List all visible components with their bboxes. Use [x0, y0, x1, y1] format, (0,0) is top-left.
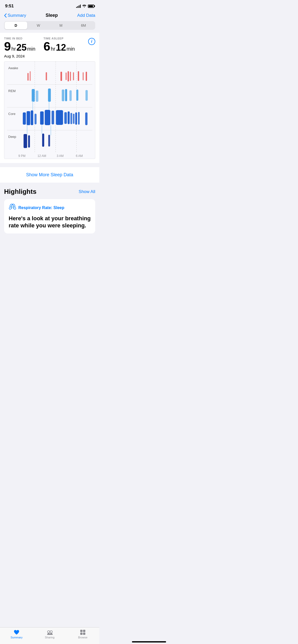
chart-time-axis: 9 PM 12 AM 3 AM 6 AM: [4, 153, 95, 159]
page-title: Sleep: [46, 13, 58, 18]
svg-rect-19: [78, 71, 79, 81]
highlight-card-text: Here's a look at your breathing rate whi…: [9, 215, 91, 229]
svg-text:Core: Core: [8, 112, 16, 116]
svg-text:Deep: Deep: [8, 135, 16, 139]
svg-rect-39: [56, 110, 63, 125]
hr-unit-1: hr: [11, 46, 16, 52]
highlight-card-header: Respiratory Rate: Sleep: [9, 204, 91, 212]
svg-rect-34: [31, 110, 33, 125]
info-button[interactable]: i: [88, 38, 95, 45]
battery-icon: [88, 5, 94, 8]
svg-rect-26: [65, 89, 67, 101]
svg-rect-40: [64, 112, 67, 124]
svg-point-55: [10, 205, 12, 209]
svg-rect-18: [73, 72, 74, 80]
svg-rect-38: [52, 111, 54, 124]
svg-rect-43: [73, 114, 75, 124]
svg-rect-52: [42, 134, 44, 147]
svg-rect-45: [78, 112, 80, 125]
svg-rect-13: [46, 72, 47, 80]
svg-rect-14: [61, 72, 62, 81]
svg-rect-22: [32, 89, 35, 102]
svg-rect-36: [40, 111, 44, 125]
svg-rect-50: [24, 134, 27, 148]
svg-rect-16: [68, 71, 69, 81]
svg-rect-35: [35, 114, 37, 124]
sleep-chart-svg: Awake REM Core Deep: [4, 62, 95, 153]
nav-header: Summary Sleep Add Data: [0, 11, 99, 21]
back-label: Summary: [8, 13, 26, 18]
time-in-bed-min: 25: [17, 42, 27, 53]
min-unit-2: min: [66, 46, 75, 52]
time-tick-9pm: 9 PM: [18, 154, 37, 158]
time-asleep-group: TIME ASLEEP 6 hr 12 min: [44, 37, 75, 53]
time-in-bed-value: 9 hr 25 min: [4, 40, 35, 53]
segment-item-d[interactable]: D: [5, 22, 27, 29]
svg-text:Awake: Awake: [8, 66, 18, 70]
svg-text:REM: REM: [8, 89, 16, 93]
svg-rect-12: [30, 71, 31, 81]
status-time: 9:51: [5, 4, 14, 9]
time-asleep-hr: 6: [44, 40, 50, 53]
svg-point-54: [12, 204, 13, 205]
svg-rect-15: [66, 72, 67, 80]
svg-rect-21: [86, 72, 87, 81]
highlights-section: Highlights Show All Respiratory Rate: Sl…: [0, 183, 99, 233]
highlights-title: Highlights: [4, 188, 36, 196]
back-button[interactable]: Summary: [4, 13, 26, 18]
svg-rect-28: [76, 90, 78, 101]
segment-item-6m[interactable]: 6M: [72, 22, 95, 29]
svg-rect-17: [70, 72, 71, 81]
segment-item-m[interactable]: M: [50, 22, 72, 29]
time-tick-12am: 12 AM: [37, 154, 57, 158]
svg-rect-32: [23, 112, 26, 125]
highlights-header: Highlights Show All: [4, 188, 95, 196]
wifi-icon: [82, 4, 86, 8]
signal-icon: [76, 4, 81, 8]
svg-rect-53: [48, 135, 50, 147]
svg-rect-37: [45, 110, 50, 125]
time-tick-3am: 3 AM: [57, 154, 76, 158]
sleep-card: TIME IN BED 9 hr 25 min TIME ASLEEP 6 hr: [0, 33, 99, 163]
sleep-date: Aug 9, 2024: [4, 54, 95, 58]
svg-rect-42: [71, 113, 72, 124]
svg-rect-51: [28, 135, 30, 148]
highlight-card-title: Respiratory Rate: Sleep: [18, 206, 64, 210]
time-tick-6am: 6 AM: [76, 154, 95, 158]
add-data-button[interactable]: Add Data: [77, 13, 95, 18]
svg-rect-23: [36, 91, 38, 102]
respiratory-highlight-card[interactable]: Respiratory Rate: Sleep Here's a look at…: [4, 199, 95, 233]
lung-icon: [9, 204, 16, 212]
min-unit-1: min: [27, 46, 35, 52]
time-in-bed-group: TIME IN BED 9 hr 25 min: [4, 37, 35, 53]
svg-rect-41: [68, 111, 70, 124]
time-asleep-value: 6 hr 12 min: [44, 40, 75, 53]
hr-unit-2: hr: [51, 46, 55, 52]
svg-rect-29: [86, 90, 88, 101]
svg-rect-11: [28, 73, 29, 81]
status-bar: 9:51: [0, 0, 99, 11]
time-segment-control[interactable]: D W M 6M: [4, 21, 95, 30]
segment-item-w[interactable]: W: [27, 22, 50, 29]
svg-rect-27: [70, 90, 72, 101]
status-icons: [76, 4, 94, 8]
segment-container: D W M 6M: [0, 21, 99, 33]
svg-rect-20: [83, 72, 84, 80]
time-asleep-min: 12: [56, 42, 66, 53]
show-more-button[interactable]: Show More Sleep Data: [0, 167, 99, 183]
time-in-bed-hr: 9: [4, 40, 11, 53]
svg-rect-25: [62, 90, 64, 101]
show-all-button[interactable]: Show All: [79, 189, 95, 194]
svg-rect-46: [85, 112, 88, 125]
svg-point-56: [13, 205, 15, 209]
svg-rect-44: [75, 112, 77, 125]
svg-rect-24: [48, 89, 51, 102]
sleep-chart: Awake REM Core Deep: [4, 61, 95, 159]
svg-rect-33: [27, 111, 30, 125]
